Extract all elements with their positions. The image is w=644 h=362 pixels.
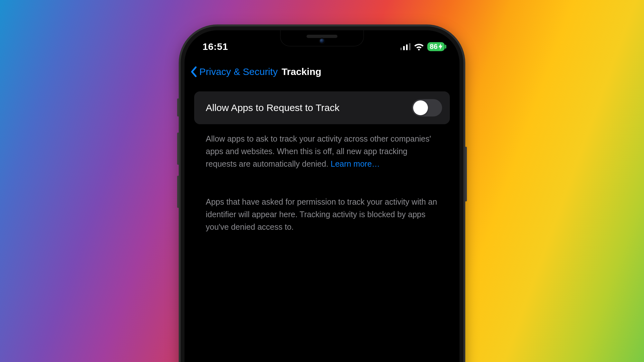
- phone-frame: 16:51 86: [179, 24, 465, 362]
- svg-rect-2: [406, 44, 408, 50]
- battery-percent: 86: [430, 42, 438, 51]
- battery-indicator: 86: [427, 42, 445, 51]
- allow-tracking-toggle[interactable]: [412, 99, 442, 116]
- volume-down-button: [177, 176, 179, 208]
- wifi-icon: [414, 43, 424, 51]
- status-time: 16:51: [203, 41, 228, 52]
- notch: [280, 30, 364, 46]
- screen: 16:51 86: [185, 30, 459, 362]
- svg-rect-3: [409, 43, 411, 50]
- earpiece-speaker: [307, 35, 337, 38]
- status-right: 86: [400, 42, 445, 51]
- svg-rect-1: [403, 46, 405, 50]
- back-label: Privacy & Security: [199, 66, 278, 77]
- toggle-knob: [413, 100, 428, 115]
- page-title: Tracking: [281, 66, 321, 77]
- volume-up-button: [177, 133, 179, 165]
- tracking-apps-note: Apps that have asked for permission to t…: [194, 187, 450, 233]
- wallpaper: 16:51 86: [0, 0, 644, 362]
- learn-more-link[interactable]: Learn more…: [331, 159, 380, 168]
- back-button[interactable]: Privacy & Security: [190, 66, 278, 77]
- charging-icon: [438, 43, 443, 50]
- nav-bar: Privacy & Security Tracking: [185, 61, 459, 82]
- power-button: [465, 147, 467, 201]
- svg-rect-0: [400, 48, 402, 50]
- mute-switch: [177, 98, 179, 116]
- svg-point-4: [418, 49, 420, 50]
- front-camera: [320, 39, 324, 43]
- tracking-description-text: Allow apps to ask to track your activity…: [206, 134, 431, 168]
- tracking-apps-note-text: Apps that have asked for permission to t…: [206, 197, 437, 231]
- cellular-icon: [400, 43, 411, 50]
- content: Allow Apps to Request to Track Allow app…: [185, 91, 459, 233]
- allow-tracking-row: Allow Apps to Request to Track: [194, 91, 450, 124]
- chevron-left-icon: [190, 66, 197, 77]
- tracking-description: Allow apps to ask to track your activity…: [194, 124, 450, 170]
- allow-tracking-label: Allow Apps to Request to Track: [206, 102, 339, 113]
